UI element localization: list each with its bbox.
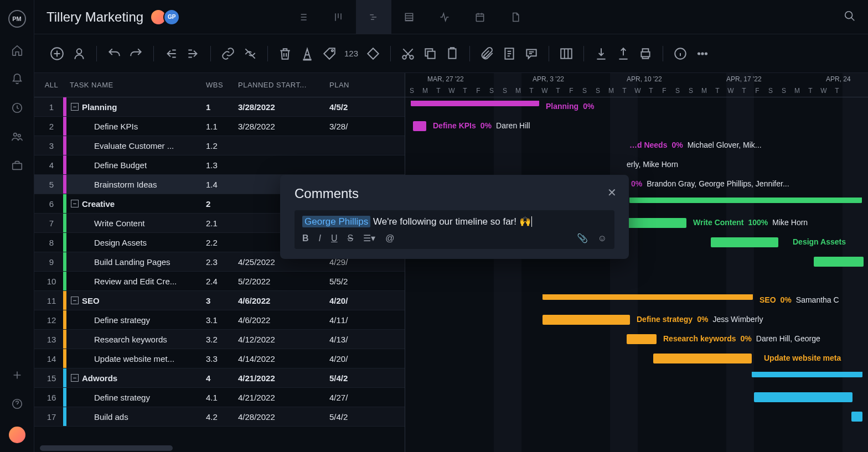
task-row[interactable]: 11 −SEO 3 4/6/2022 4/20/ [34, 291, 405, 310]
task-row[interactable]: 14 Update website met... 3.3 4/14/2022 4… [34, 349, 405, 368]
undo-icon[interactable] [107, 46, 121, 61]
gantt-row[interactable]: Research keywords0%Daren Hill, George [405, 330, 868, 349]
task-name[interactable]: Brainstorm Ideas [66, 180, 206, 189]
task-bar[interactable] [627, 218, 686, 228]
task-name[interactable]: Evaluate Customer ... [66, 141, 206, 150]
cut-icon[interactable] [401, 46, 415, 61]
planned-start-cell[interactable]: 4/21/2022 [238, 373, 329, 383]
wbs-cell[interactable]: 2 [206, 199, 238, 209]
format-number[interactable]: 123 [344, 49, 358, 58]
gantt-row[interactable]: erly, Mike Horn [405, 155, 868, 175]
member-avatars[interactable]: GP [153, 9, 180, 25]
task-row[interactable]: 15 −Adwords 4 4/21/2022 5/4/2 [34, 368, 405, 388]
emoji-icon[interactable]: ☺ [598, 233, 607, 243]
planned-start-cell[interactable]: 4/12/2022 [238, 335, 329, 344]
redo-icon[interactable] [129, 46, 143, 61]
gantt-row[interactable] [405, 368, 868, 388]
activity-view-icon[interactable] [427, 0, 462, 34]
wbs-cell[interactable]: 1 [206, 102, 238, 112]
planned-start-cell[interactable]: 4/21/2022 [238, 393, 329, 402]
col-all[interactable]: ALL [34, 81, 63, 89]
planned-end-cell[interactable]: 4/13/ [329, 335, 405, 344]
collapse-icon[interactable]: − [71, 297, 79, 304]
col-name[interactable]: TASK NAME [63, 81, 206, 89]
wbs-cell[interactable]: 2.3 [206, 257, 238, 267]
close-icon[interactable]: ✕ [607, 186, 617, 199]
wbs-cell[interactable]: 2.2 [206, 238, 238, 247]
planned-start-cell[interactable]: 4/28/2022 [238, 412, 329, 422]
attach-icon[interactable]: 📎 [577, 233, 588, 243]
mention-icon[interactable]: @ [385, 233, 394, 243]
collapse-icon[interactable]: − [71, 374, 79, 382]
task-row[interactable]: 3 Evaluate Customer ... 1.2 [34, 136, 405, 155]
people-icon[interactable] [11, 131, 23, 143]
col-wbs[interactable]: WBS [206, 81, 238, 89]
bold-icon[interactable]: B [302, 233, 309, 243]
task-name[interactable]: Review and Edit Cre... [66, 277, 206, 286]
assign-icon[interactable] [72, 46, 86, 61]
wbs-cell[interactable]: 3 [206, 296, 238, 305]
more-icon[interactable] [695, 46, 710, 61]
task-name[interactable]: Define strategy [66, 315, 206, 325]
planned-end-cell[interactable]: 4/20/ [329, 354, 405, 363]
comment-editor[interactable]: George Phillips We're following our time… [294, 210, 614, 249]
gantt-row[interactable]: Planning0% [405, 97, 868, 117]
col-planned-start[interactable]: PLANNED START... [238, 81, 329, 89]
planned-start-cell[interactable]: 4/6/2022 [238, 315, 329, 325]
paste-icon[interactable] [445, 46, 459, 61]
italic-icon[interactable]: I [319, 233, 321, 243]
task-name[interactable]: Define Budget [66, 160, 206, 170]
gantt-row[interactable] [405, 388, 868, 407]
underline-icon[interactable]: U [331, 233, 338, 243]
gantt-view-icon[interactable] [356, 0, 391, 34]
task-row[interactable]: 12 Define strategy 3.1 4/6/2022 4/11/ [34, 310, 405, 330]
planned-end-cell[interactable]: 5/4/2 [329, 412, 405, 422]
wbs-cell[interactable]: 1.4 [206, 180, 238, 189]
planned-end-cell[interactable]: 5/4/2 [329, 373, 405, 383]
strike-icon[interactable]: S [348, 233, 354, 243]
notes-icon[interactable] [502, 46, 516, 61]
task-bar[interactable] [851, 412, 862, 422]
wbs-cell[interactable]: 3.3 [206, 354, 238, 363]
link-icon[interactable] [221, 46, 235, 61]
task-row[interactable]: 13 Research keywords 3.2 4/12/2022 4/13/ [34, 330, 405, 349]
comment-icon[interactable] [524, 46, 539, 61]
clock-icon[interactable] [11, 102, 23, 114]
collapse-icon[interactable]: − [71, 103, 79, 111]
plus-icon[interactable] [11, 369, 23, 381]
task-bar[interactable] [542, 315, 630, 325]
task-bar[interactable] [653, 354, 752, 363]
task-name[interactable]: Write Content [66, 219, 206, 228]
planned-end-cell[interactable]: 4/5/2 [329, 102, 405, 112]
wbs-cell[interactable]: 2.1 [206, 219, 238, 228]
wbs-cell[interactable]: 4.2 [206, 412, 238, 422]
task-bar[interactable] [754, 392, 852, 402]
avatar[interactable]: GP [163, 9, 180, 25]
task-name[interactable]: −SEO [66, 296, 206, 305]
mention[interactable]: George Phillips [302, 216, 370, 227]
planned-end-cell[interactable]: 5/5/2 [329, 277, 405, 286]
attachment-icon[interactable] [480, 46, 494, 61]
gantt-row[interactable]: Define KPIs0%Daren Hill [405, 117, 868, 136]
task-name[interactable]: −Creative [66, 199, 206, 209]
gantt-row[interactable] [405, 272, 868, 291]
wbs-cell[interactable]: 1.2 [206, 141, 238, 150]
copy-icon[interactable] [423, 46, 437, 61]
help-icon[interactable] [11, 398, 23, 410]
gantt-row[interactable]: …d Needs0%Michael Glover, Mik... [405, 136, 868, 155]
wbs-cell[interactable]: 3.1 [206, 315, 238, 325]
list-view-icon[interactable] [285, 0, 321, 34]
trash-icon[interactable] [278, 46, 292, 61]
print-icon[interactable] [638, 46, 653, 61]
gantt-chart[interactable]: MAR, 27 '22APR, 3 '22APR, 10 '22APR, 17 … [405, 73, 868, 452]
task-bar[interactable] [629, 198, 862, 203]
planned-end-cell[interactable]: 4/27/ [329, 393, 405, 402]
sheet-view-icon[interactable] [391, 0, 427, 34]
home-icon[interactable] [11, 44, 23, 56]
search-icon[interactable] [844, 10, 856, 24]
task-row[interactable]: 16 Define strategy 4.1 4/21/2022 4/27/ [34, 388, 405, 407]
tag-icon[interactable] [322, 46, 337, 61]
task-row[interactable]: 1 −Planning 1 3/28/2022 4/5/2 [34, 97, 405, 117]
task-row[interactable]: 17 Build ads 4.2 4/28/2022 5/4/2 [34, 407, 405, 427]
task-name[interactable]: −Planning [66, 102, 206, 112]
